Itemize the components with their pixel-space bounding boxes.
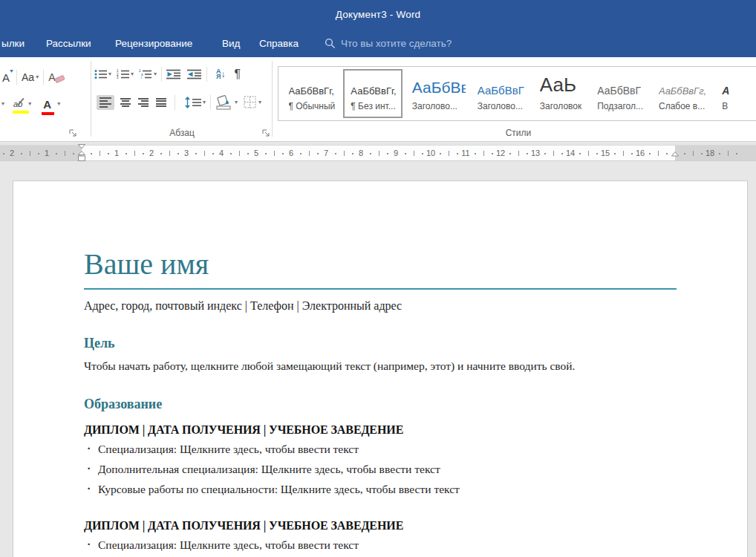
- ruler-number: 8: [359, 149, 363, 157]
- sort-button[interactable]: А Я ↓: [216, 69, 226, 79]
- objective-heading[interactable]: Цель: [84, 336, 677, 351]
- increase-indent-icon[interactable]: [187, 69, 202, 79]
- style-item-2[interactable]: АаБбВвЗаголово...: [405, 69, 468, 118]
- highlight-yellow-bar: [13, 111, 29, 114]
- justify-button[interactable]: [154, 97, 168, 108]
- up-down-arrow-icon: [184, 97, 191, 108]
- style-preview: АаБбВв: [412, 79, 466, 97]
- style-item-1[interactable]: АаБбВвГг,¶ Без инт...: [343, 69, 402, 118]
- bullets-icon[interactable]: [94, 69, 107, 79]
- svg-text:3: 3: [117, 76, 119, 79]
- contact-line[interactable]: Адрес, город, почтовый индекс | Телефон …: [84, 299, 677, 313]
- styles-gallery: АаБбВвГг,¶ ОбычныйАаБбВвГг,¶ Без инт...А…: [278, 66, 756, 121]
- ruler-number: 14: [566, 149, 575, 157]
- text-highlight-color-button[interactable]: ab: [13, 100, 22, 108]
- decrease-indent-icon[interactable]: [166, 69, 181, 79]
- window-title: Документ3 - Word: [0, 9, 756, 20]
- align-left-button[interactable]: [97, 95, 114, 110]
- style-item-5[interactable]: АаБбВвГПодзагол...: [590, 69, 649, 118]
- title-underline: [84, 288, 677, 290]
- education-heading[interactable]: Образование: [84, 397, 677, 412]
- style-item-6[interactable]: АаБбВвГг,Слабое в...: [651, 69, 712, 118]
- list-item[interactable]: Специализация: Щелкните здесь, чтобы вве…: [84, 538, 677, 552]
- ribbon: A ▼ Aa ▾ A ▾ ab ▾ A: [0, 57, 756, 142]
- ruler: 211234567891011121314151618: [0, 143, 756, 173]
- ruler-number: 10: [426, 149, 435, 157]
- borders-grid-icon: [244, 96, 257, 109]
- shading-button[interactable]: ▾: [215, 95, 238, 110]
- chevron-down-icon[interactable]: ▾: [28, 101, 31, 107]
- clear-formatting-button[interactable]: A: [48, 71, 62, 83]
- degree-line[interactable]: ДИПЛОМ | ДАТА ПОЛУЧЕНИЯ | УЧЕБНОЕ ЗАВЕДЕ…: [84, 519, 677, 532]
- ruler-number: 12: [496, 149, 505, 157]
- first-line-indent-marker[interactable]: [78, 144, 86, 149]
- style-name: ¶ Без инт...: [351, 101, 395, 111]
- font-color-button[interactable]: A: [43, 98, 51, 111]
- ruler-number: 15: [601, 149, 610, 157]
- tell-me-search[interactable]: Что вы хотите сделать?: [325, 30, 452, 57]
- font-dialog-launcher[interactable]: [68, 128, 77, 137]
- ruler-number: 13: [531, 149, 540, 157]
- shrink-font-caret-icon: ▼: [9, 68, 14, 74]
- styles-group: АаБбВвГг,¶ ОбычныйАаБбВвГг,¶ Без инт...А…: [273, 57, 756, 142]
- style-name: Заголово...: [412, 101, 457, 111]
- shrink-font-button[interactable]: A ▼: [0, 71, 12, 84]
- style-item-0[interactable]: АаБбВвГг,¶ Обычный: [281, 69, 342, 118]
- hanging-indent-marker[interactable]: [78, 151, 86, 162]
- tab-review[interactable]: Рецензирование: [115, 30, 192, 57]
- list-item[interactable]: Курсовые работы по специальности: Щелкни…: [84, 483, 677, 496]
- search-icon: [325, 38, 336, 49]
- style-preview: АаБбВвГг,: [351, 85, 396, 97]
- tab-links-partial[interactable]: ылки: [1, 30, 25, 57]
- numbering-icon[interactable]: 1 2 3: [117, 69, 129, 79]
- style-preview: АаЬ: [540, 74, 576, 97]
- styles-group-label: Стили: [273, 128, 756, 138]
- ribbon-tab-bar: ылки Рассылки Рецензирование Вид Справка…: [0, 30, 756, 57]
- ruler-number: 18: [706, 149, 714, 157]
- style-preview: АаБбВвГ: [478, 84, 524, 97]
- style-name: Заголово...: [478, 101, 523, 111]
- style-name: Подзагол...: [597, 101, 643, 111]
- ruler-number: 9: [394, 149, 398, 157]
- style-item-3[interactable]: АаБбВвГЗаголово...: [470, 69, 530, 118]
- show-paragraph-marks-button[interactable]: ¶: [235, 68, 241, 81]
- paragraph-group: ▾ 1 2 3 ▾ 1 а i ▾: [92, 57, 272, 142]
- degree-line[interactable]: ДИПЛОМ | ДАТА ПОЛУЧЕНИЯ | УЧЕБНОЕ ЗАВЕДЕ…: [84, 423, 677, 437]
- style-name: Заголовок: [540, 101, 581, 111]
- list-item[interactable]: Специализация: Щелкните здесь, чтобы вве…: [84, 443, 677, 456]
- tab-help[interactable]: Справка: [259, 30, 299, 57]
- ruler-number: 5: [254, 149, 258, 157]
- borders-button[interactable]: ▾: [244, 96, 261, 109]
- lines-icon: [192, 98, 201, 107]
- objective-body[interactable]: Чтобы начать работу, щелкните любой заме…: [84, 358, 677, 374]
- align-right-button[interactable]: [137, 97, 150, 108]
- line-spacing-button[interactable]: ▾: [184, 97, 206, 108]
- ruler-number: 6: [289, 149, 293, 157]
- align-center-button[interactable]: [119, 97, 132, 108]
- title-bar: Документ3 - Word: [0, 0, 756, 30]
- resume-name-placeholder[interactable]: Ваше имя: [84, 250, 677, 280]
- ruler-number: 4: [219, 149, 224, 157]
- search-placeholder: Что вы хотите сделать?: [341, 38, 452, 49]
- paragraph-dialog-launcher[interactable]: [261, 128, 270, 137]
- style-preview: АаБбВвГг,: [289, 85, 334, 97]
- style-preview: АаБбВвГг,: [659, 85, 706, 97]
- change-case-button[interactable]: Aa ▾: [22, 71, 39, 83]
- font-color-red-bar: [42, 112, 54, 115]
- text-effects-caret-icon[interactable]: ▾: [1, 101, 4, 107]
- ruler-number: 2: [149, 149, 154, 157]
- tab-view[interactable]: Вид: [222, 30, 240, 57]
- ruler-strip[interactable]: 211234567891011121314151618: [0, 145, 756, 161]
- ruler-number: 1: [114, 149, 119, 157]
- chevron-down-icon[interactable]: ▾: [57, 101, 60, 107]
- list-item[interactable]: Дополнительная специализация: Щелкните з…: [84, 463, 677, 476]
- style-item-4[interactable]: АаЬЗаголовок: [532, 69, 587, 118]
- document-workspace: Ваше имя Адрес, город, почтовый индекс |…: [0, 173, 756, 557]
- chevron-down-icon: ▾: [36, 74, 39, 80]
- multilevel-list-icon[interactable]: 1 а i: [139, 69, 152, 79]
- degree-bullet-list: Специализация: Щелкните здесь, чтобы вве…: [84, 443, 677, 496]
- right-indent-marker[interactable]: [671, 152, 680, 157]
- paragraph-group-label: Абзац: [92, 128, 272, 138]
- tab-mailings[interactable]: Рассылки: [46, 30, 91, 57]
- style-item-7[interactable]: АВ: [714, 69, 756, 118]
